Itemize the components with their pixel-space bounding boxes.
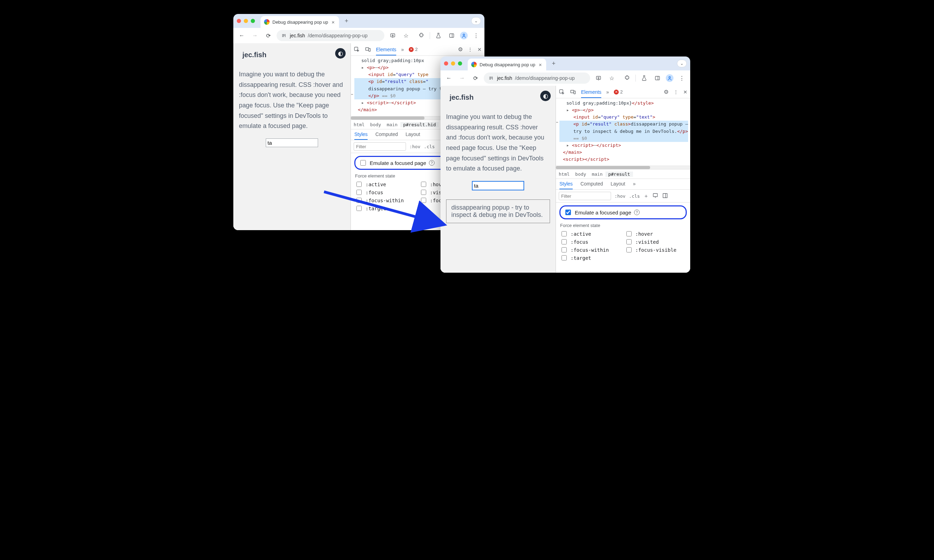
back-button[interactable]: ← <box>237 31 246 40</box>
tab-layout[interactable]: Layout <box>406 131 420 140</box>
experiments-icon[interactable] <box>434 31 443 40</box>
state-target[interactable]: :target <box>560 254 622 262</box>
more-styles-tabs-icon[interactable]: » <box>633 181 636 189</box>
inspect-element-icon[interactable] <box>559 89 565 95</box>
page-content: jec.fish ◐ Imagine you want to debug the… <box>233 43 351 230</box>
hov-toggle[interactable]: :hov <box>409 144 420 149</box>
state-focus[interactable]: :focus <box>560 238 622 246</box>
svg-rect-12 <box>653 194 657 197</box>
query-input[interactable] <box>472 181 524 191</box>
new-tab-button[interactable]: + <box>342 16 352 26</box>
state-active[interactable]: :active <box>560 230 622 237</box>
tab-close-icon[interactable]: × <box>538 62 543 68</box>
forward-button[interactable]: → <box>457 73 467 83</box>
minimize-window-icon[interactable] <box>244 19 248 23</box>
devtools-menu-icon[interactable]: ⋮ <box>674 89 679 95</box>
query-input[interactable] <box>266 138 318 147</box>
extensions-icon[interactable] <box>622 73 632 83</box>
tab-computed[interactable]: Computed <box>580 181 603 189</box>
devtools-close-icon[interactable]: ✕ <box>477 47 482 52</box>
new-style-rule-icon[interactable]: ＋ <box>643 193 649 200</box>
site-settings-icon[interactable] <box>488 75 494 81</box>
state-focus[interactable]: :focus <box>355 189 416 196</box>
minimize-window-icon[interactable] <box>451 62 455 66</box>
experiments-icon[interactable] <box>639 73 649 83</box>
tab-dropdown-button[interactable]: ⌄ <box>677 60 687 67</box>
state-target[interactable]: :target <box>355 205 416 212</box>
cls-toggle[interactable]: .cls <box>424 144 435 149</box>
state-focus-within[interactable]: :focus-within <box>355 197 416 204</box>
side-panel-icon[interactable] <box>652 73 662 83</box>
emulate-focused-page-checkbox[interactable] <box>360 160 366 166</box>
close-window-icon[interactable] <box>237 19 241 23</box>
bookmark-icon[interactable]: ☆ <box>607 73 617 83</box>
forward-button[interactable]: → <box>250 31 260 40</box>
tab-title: Debug disappearing pop up <box>480 62 535 67</box>
devtools-menu-icon[interactable]: ⋮ <box>468 47 472 52</box>
install-app-icon[interactable] <box>594 73 603 83</box>
tab-styles[interactable]: Styles <box>559 181 573 189</box>
bookmark-icon[interactable]: ☆ <box>401 31 411 40</box>
devtools-panel: Elements » ✕2 ⚙ ⋮ ✕ ⋯ solid gray;padding… <box>555 86 690 273</box>
devtools-close-icon[interactable]: ✕ <box>683 89 688 95</box>
tab-elements[interactable]: Elements <box>581 89 601 98</box>
device-toggle-icon[interactable] <box>365 46 371 53</box>
tab-close-icon[interactable]: × <box>331 19 335 25</box>
more-tabs-icon[interactable]: » <box>401 47 404 52</box>
state-active[interactable]: :active <box>355 181 416 188</box>
rendering-icon[interactable] <box>652 192 659 200</box>
tab-dropdown-button[interactable]: ⌄ <box>471 17 481 25</box>
cls-toggle[interactable]: .cls <box>629 194 640 199</box>
browser-toolbar: ← → ⟳ jec.fish/demo/disappearing-pop-up … <box>233 28 485 43</box>
help-icon[interactable]: ? <box>634 209 640 215</box>
site-settings-icon[interactable] <box>281 32 287 39</box>
browser-tab[interactable]: Debug disappearing pop up × <box>260 16 339 28</box>
dark-mode-toggle[interactable]: ◐ <box>540 91 551 101</box>
devtools-settings-icon[interactable]: ⚙ <box>458 46 463 53</box>
tab-styles[interactable]: Styles <box>354 131 368 140</box>
traffic-lights <box>237 19 255 23</box>
dom-breadcrumbs[interactable]: html body main p#result <box>556 169 690 179</box>
browser-menu-icon[interactable]: ⋮ <box>471 31 481 40</box>
more-tabs-icon[interactable]: » <box>606 89 609 95</box>
error-badge[interactable]: ✕2 <box>409 47 417 52</box>
new-tab-button[interactable]: + <box>549 58 559 68</box>
url-bar[interactable]: jec.fish/demo/disappearing-pop-up <box>484 72 590 84</box>
force-state-header: Force element state <box>556 222 690 229</box>
computed-panel-icon[interactable] <box>662 192 668 200</box>
devtools-settings-icon[interactable]: ⚙ <box>664 89 669 95</box>
error-badge[interactable]: ✕2 <box>614 89 623 94</box>
state-hover[interactable]: :hover <box>625 230 686 237</box>
maximize-window-icon[interactable] <box>251 19 255 23</box>
extensions-icon[interactable] <box>416 31 426 40</box>
back-button[interactable]: ← <box>444 73 454 83</box>
dark-mode-toggle[interactable]: ◐ <box>335 48 346 58</box>
tab-computed[interactable]: Computed <box>375 131 398 140</box>
browser-tab[interactable]: Debug disappearing pop up × <box>468 58 546 71</box>
close-window-icon[interactable] <box>444 62 448 66</box>
help-icon[interactable]: ? <box>429 160 435 166</box>
reload-button[interactable]: ⟳ <box>471 73 480 83</box>
dom-tree[interactable]: ⋯ solid gray;padding:10px}</style> ▸ <p>… <box>556 98 690 166</box>
profile-avatar[interactable] <box>666 74 674 82</box>
install-app-icon[interactable] <box>388 31 398 40</box>
styles-filter-input[interactable] <box>559 192 611 200</box>
url-bar[interactable]: jec.fish/demo/disappearing-pop-up <box>277 30 384 41</box>
titlebar: Debug disappearing pop up × + ⌄ <box>440 57 690 71</box>
emulate-focused-page-checkbox[interactable] <box>565 209 571 215</box>
state-focus-visible[interactable]: :focus-visible <box>625 246 686 254</box>
favicon-icon <box>471 62 477 67</box>
tab-layout[interactable]: Layout <box>611 181 625 189</box>
inspect-element-icon[interactable] <box>354 46 360 53</box>
hov-toggle[interactable]: :hov <box>614 194 625 199</box>
maximize-window-icon[interactable] <box>458 62 462 66</box>
browser-menu-icon[interactable]: ⋮ <box>677 73 687 83</box>
reload-button[interactable]: ⟳ <box>263 31 273 40</box>
side-panel-icon[interactable] <box>447 31 457 40</box>
profile-avatar[interactable] <box>460 32 468 39</box>
state-focus-within[interactable]: :focus-within <box>560 246 622 254</box>
device-toggle-icon[interactable] <box>570 89 576 95</box>
styles-filter-input[interactable] <box>354 142 406 151</box>
state-visited[interactable]: :visited <box>625 238 686 246</box>
tab-elements[interactable]: Elements <box>376 47 396 55</box>
